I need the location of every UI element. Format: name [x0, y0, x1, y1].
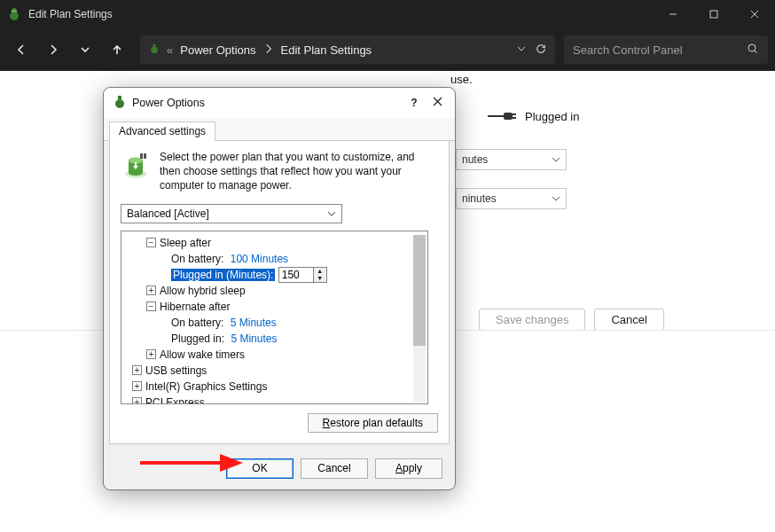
window-title: Edit Plan Settings — [28, 8, 653, 20]
scrollbar-thumb[interactable] — [413, 235, 426, 346]
tree-leaf[interactable]: On battery: 100 Minutes — [123, 251, 416, 267]
power-plan-icon — [149, 43, 160, 57]
svg-rect-4 — [153, 43, 156, 46]
chevron-down-icon — [327, 209, 336, 218]
minutes-spinner[interactable]: ▲▼ — [278, 267, 327, 283]
plugged-in-label: Plugged in — [525, 110, 579, 123]
title-bar: Edit Plan Settings — [0, 0, 775, 28]
svg-rect-7 — [513, 113, 516, 115]
search-box[interactable]: Search Control Panel — [564, 35, 768, 64]
scrollbar[interactable] — [413, 235, 426, 402]
tree-node-usb[interactable]: +USB settings — [123, 363, 416, 379]
svg-marker-16 — [220, 454, 243, 472]
spin-up-icon[interactable]: ▲ — [314, 268, 326, 275]
svg-rect-13 — [140, 153, 143, 159]
minutes-input[interactable] — [279, 268, 313, 282]
tree-leaf[interactable]: Plugged in: 5 Minutes — [123, 331, 416, 347]
nav-bar: « Power Options Edit Plan Settings Searc… — [0, 28, 775, 71]
selected-setting-label: Plugged in (Minutes): — [171, 269, 275, 281]
collapse-icon[interactable]: − — [146, 301, 156, 311]
search-icon — [747, 43, 759, 58]
chevron-right-icon — [263, 43, 274, 57]
tree-node-wake-timers[interactable]: +Allow wake timers — [123, 347, 416, 363]
forward-button[interactable] — [39, 35, 67, 64]
tree-node-pci[interactable]: +PCI Express — [123, 395, 416, 404]
apply-button[interactable]: Apply — [375, 458, 442, 479]
back-button[interactable] — [7, 35, 35, 64]
dialog-title: Power Options — [132, 97, 405, 109]
spin-down-icon[interactable]: ▼ — [314, 275, 326, 282]
svg-rect-2 — [710, 11, 717, 18]
plugged-in-header: Plugged in — [486, 108, 579, 124]
chevron-down-icon[interactable] — [516, 43, 527, 57]
plan-select[interactable]: Balanced [Active] — [121, 204, 342, 223]
tree-node-hybrid-sleep[interactable]: +Allow hybrid sleep — [123, 283, 416, 299]
tab-bar: Advanced settings — [104, 118, 455, 141]
chevron-down-icon — [552, 155, 560, 164]
power-plan-icon — [7, 7, 21, 21]
expand-icon[interactable]: + — [132, 397, 142, 404]
tree-leaf[interactable]: On battery: 5 Minutes — [123, 315, 416, 331]
minimize-button[interactable] — [653, 0, 693, 28]
plug-icon — [486, 108, 518, 124]
close-button[interactable] — [734, 0, 775, 28]
expand-icon[interactable]: + — [146, 349, 156, 359]
plan-select-value: Balanced [Active] — [127, 207, 209, 220]
value-link[interactable]: 5 Minutes — [231, 317, 277, 329]
chevron-down-icon — [552, 194, 560, 203]
cancel-button[interactable]: Cancel — [301, 458, 368, 479]
help-button[interactable]: ? — [405, 97, 423, 109]
save-changes-button[interactable]: Save changes — [479, 309, 585, 331]
svg-point-3 — [151, 46, 158, 53]
tree-node-hibernate[interactable]: −Hibernate after — [123, 299, 416, 315]
display-combo[interactable]: ninutes — [456, 188, 567, 209]
maximize-button[interactable] — [693, 0, 734, 28]
collapse-icon[interactable]: − — [146, 238, 156, 247]
expand-icon[interactable]: + — [132, 365, 142, 375]
tree-node-graphics[interactable]: +Intel(R) Graphics Settings — [123, 379, 416, 395]
settings-tree[interactable]: −Sleep after On battery: 100 Minutes Plu… — [121, 231, 428, 404]
tree-leaf-selected[interactable]: Plugged in (Minutes): ▲▼ — [123, 267, 416, 283]
sleep-combo[interactable]: nutes — [456, 149, 567, 170]
expand-icon[interactable]: + — [146, 286, 156, 295]
value-link[interactable]: 5 Minutes — [231, 332, 277, 345]
battery-icon — [121, 150, 151, 180]
breadcrumb-item[interactable]: Edit Plan Settings — [281, 43, 372, 57]
address-bar[interactable]: « Power Options Edit Plan Settings — [140, 35, 555, 64]
value-link[interactable]: 100 Minutes — [231, 253, 288, 265]
svg-point-5 — [748, 44, 755, 51]
svg-point-9 — [115, 99, 124, 108]
svg-rect-10 — [118, 96, 121, 99]
expand-icon[interactable]: + — [132, 381, 142, 391]
refresh-button[interactable] — [536, 43, 546, 57]
tree-node-sleep-after[interactable]: −Sleep after — [123, 235, 416, 251]
svg-point-0 — [10, 12, 19, 20]
tab-advanced-settings[interactable]: Advanced settings — [109, 121, 215, 141]
svg-rect-6 — [504, 113, 513, 120]
up-button[interactable] — [103, 35, 131, 64]
close-button[interactable] — [428, 97, 446, 109]
search-placeholder: Search Control Panel — [573, 43, 747, 57]
breadcrumb-item[interactable]: Power Options — [180, 43, 255, 57]
svg-rect-14 — [144, 153, 146, 159]
history-button[interactable] — [71, 35, 99, 64]
svg-rect-8 — [513, 117, 516, 119]
annotation-arrow — [137, 450, 245, 480]
power-options-dialog: Power Options ? Advanced settings Select… — [103, 87, 456, 490]
power-plan-icon — [113, 95, 127, 112]
dialog-intro-text: Select the power plan that you want to c… — [160, 150, 438, 193]
cancel-button[interactable]: Cancel — [594, 309, 663, 331]
restore-defaults-button[interactable]: Restore plan defaults — [308, 413, 438, 433]
partial-text: use. — [450, 73, 473, 86]
